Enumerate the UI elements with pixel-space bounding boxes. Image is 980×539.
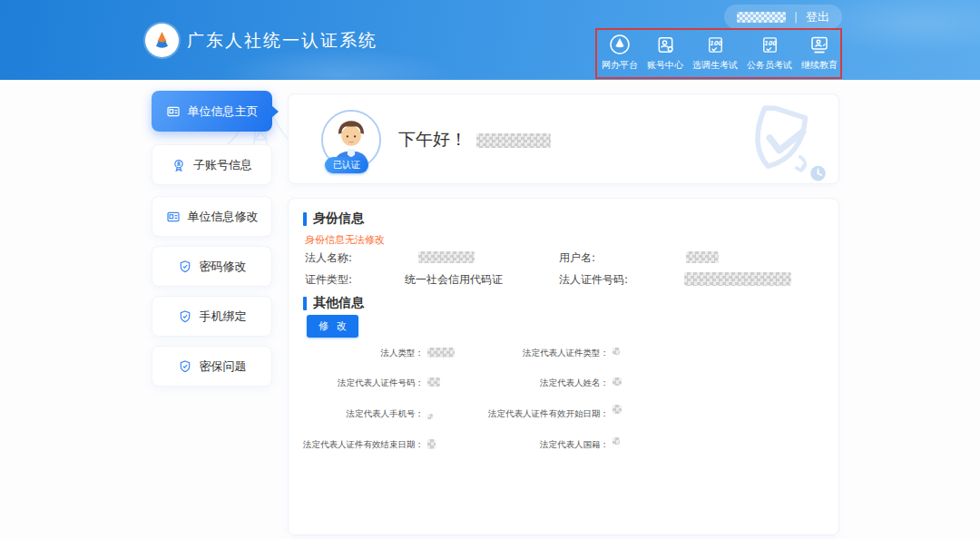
edit-button[interactable]: 修 改 [307, 315, 358, 338]
id-card-icon [166, 104, 181, 119]
other-row: 法定代表人手机号： 法定代表人证件有效开始日期： [289, 408, 840, 421]
gdhrss-logo-icon [145, 24, 179, 57]
identity-section-title: 身份信息 [303, 211, 364, 227]
shield-check-icon [178, 260, 192, 274]
field-label: 证件类型: [305, 272, 352, 288]
title-bar [303, 297, 307, 310]
info-card: 身份信息 身份信息无法修改 法人名称: 用户名: 证件类型: 统一社会信用代码证… [288, 198, 839, 535]
nav-label: 选调生考试 [692, 59, 738, 72]
field-label: 法定代表人证件号码： [338, 377, 424, 389]
main-content: 单位信息主页 子账号信息 单位信息修改 [0, 80, 980, 539]
greeting-text: 下午好！ [398, 128, 551, 152]
sidebar-item-label: 密保问题 [200, 358, 247, 375]
sidebar-item-sub-account-info[interactable]: 子账号信息 [152, 144, 272, 185]
shield-check-icon [178, 309, 192, 324]
field-value-redacted [612, 377, 622, 386]
field-label: 法定代表人手机号： [347, 408, 425, 420]
sidebar-item-phone-binding[interactable]: 手机绑定 [152, 296, 272, 337]
sidebar-item-label: 密码修改 [200, 259, 247, 275]
sidebar-item-security-question[interactable]: 密保问题 [152, 346, 272, 387]
gov-portal-icon [609, 33, 631, 56]
field-value-redacted [427, 439, 436, 449]
field-value: 统一社会信用代码证 [405, 272, 503, 288]
field-label: 法人证件号码: [559, 272, 628, 288]
certified-badge: 已认证 [325, 157, 368, 173]
field-value-redacted [427, 414, 433, 419]
shield-check-icon [178, 359, 192, 374]
field-label: 法定代表人国籍： [540, 439, 609, 451]
other-row: 法定代表人证件有效结束日期： 法定代表人国籍： [289, 439, 840, 452]
sidebar-item-unit-info-home[interactable]: 单位信息主页 [152, 91, 272, 132]
user-menu[interactable]: | 登出 [724, 5, 842, 29]
nav-label: 继续教育 [801, 59, 838, 72]
field-value-redacted [612, 437, 620, 445]
identity-note: 身份信息无法修改 [305, 233, 385, 247]
header-nav: 网办平台 账号中心 100 选调生 [602, 33, 838, 72]
page-title: 广东人社统一认证系统 [187, 29, 377, 53]
nav-item-online-platform[interactable]: 网办平台 [602, 33, 638, 72]
sidebar-item-label: 子账号信息 [193, 157, 252, 173]
field-value-redacted [612, 405, 622, 414]
id-card-icon [166, 210, 181, 224]
sidebar-item-password-change[interactable]: 密码修改 [152, 246, 272, 287]
nav-item-continuing-education[interactable]: 继续教育 [801, 33, 838, 72]
field-value-redacted [686, 251, 719, 263]
svg-text:100: 100 [709, 40, 722, 47]
nav-label: 账号中心 [647, 59, 683, 72]
nav-item-account-center[interactable]: 账号中心 [647, 33, 683, 72]
field-label: 法定代表人姓名： [540, 377, 609, 389]
field-value-redacted [612, 348, 620, 355]
nav-label: 公务员考试 [747, 59, 792, 72]
brand: 广东人社统一认证系统 [145, 24, 377, 57]
account-card-gear-icon [655, 33, 676, 56]
identity-row: 证件类型: 统一社会信用代码证 法人证件号码: [289, 272, 840, 287]
shield-watermark [731, 102, 833, 185]
field-value-redacted [418, 251, 475, 263]
sidebar-item-label: 单位信息修改 [188, 209, 259, 225]
other-row: 法定代表人证件号码： 法定代表人姓名： [289, 377, 840, 390]
badge-icon [172, 158, 186, 172]
field-label: 用户名: [559, 250, 595, 266]
field-label: 法定代表人证件有效结束日期： [303, 439, 424, 451]
field-label: 法定代表人证件有效开始日期： [488, 408, 609, 420]
greeting-card: 已认证 下午好！ [288, 93, 839, 184]
user-name-redacted [476, 133, 551, 148]
field-label: 法人名称: [305, 250, 352, 266]
field-label: 法人类型： [381, 348, 425, 359]
sidebar-item-label: 单位信息主页 [188, 103, 259, 120]
divider: | [794, 11, 798, 24]
field-value-redacted [427, 377, 440, 387]
logout-button[interactable]: 登出 [806, 9, 829, 25]
sidebar-item-label: 手机绑定 [200, 309, 247, 325]
exam-score-icon: 100 [760, 33, 780, 56]
identity-row: 法人名称: 用户名: [289, 250, 840, 265]
nav-item-civil-servant-exam[interactable]: 100 公务员考试 [747, 33, 792, 72]
nav-label: 网办平台 [602, 59, 638, 72]
title-bar [303, 212, 307, 226]
field-label: 法定代表人证件类型： [523, 348, 609, 359]
other-section-title: 其他信息 [303, 295, 364, 311]
field-value-redacted [684, 272, 791, 286]
education-screen-icon [808, 33, 830, 56]
exam-score-icon: 100 [705, 33, 726, 56]
other-row: 法人类型： 法定代表人证件类型： [289, 348, 840, 360]
sidebar-item-unit-info-edit[interactable]: 单位信息修改 [152, 196, 272, 237]
field-value-redacted [427, 348, 455, 358]
username-redacted [737, 12, 786, 23]
nav-item-xuandiao-exam[interactable]: 100 选调生考试 [692, 33, 738, 72]
svg-text:100: 100 [763, 40, 777, 47]
app-header: 广东人社统一认证系统 | 登出 网办平台 [0, 0, 980, 80]
